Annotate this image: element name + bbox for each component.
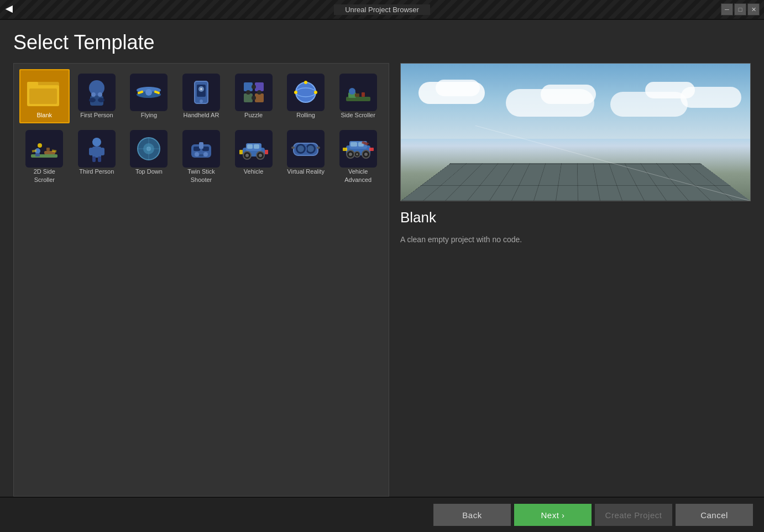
svg-rect-82 [306, 147, 307, 151]
cloud-2 [436, 80, 480, 96]
template-item-vehicle[interactable]: Vehicle [228, 126, 279, 188]
maximize-button[interactable]: □ [734, 3, 746, 15]
close-button[interactable]: ✕ [747, 3, 760, 15]
svg-point-4 [89, 80, 104, 96]
template-item-third-person[interactable]: Third Person [72, 126, 122, 188]
svg-rect-95 [343, 148, 347, 151]
vehicle-icon [235, 130, 273, 168]
template-item-puzzle[interactable]: Puzzle [228, 69, 279, 123]
svg-rect-50 [89, 148, 93, 155]
svg-point-7 [98, 92, 102, 97]
svg-rect-22 [255, 82, 264, 91]
template-label-handheld-ar: Handheld AR [184, 111, 219, 119]
template-label-vehicle-advanced: Vehicle Advanced [336, 168, 380, 184]
svg-rect-68 [247, 144, 253, 149]
template-label-puzzle: Puzzle [244, 111, 263, 119]
svg-rect-42 [35, 153, 40, 157]
preview-clouds [401, 77, 750, 126]
blank-icon [25, 74, 63, 111]
create-project-button[interactable]: Create Project [595, 504, 672, 526]
first-person-icon [78, 74, 116, 111]
bottom-bar: Back Next › Create Project Cancel [0, 497, 764, 532]
svg-point-90 [349, 153, 352, 156]
svg-point-45 [38, 143, 42, 148]
svg-rect-96 [369, 148, 374, 151]
template-item-rolling[interactable]: Rolling [281, 69, 331, 123]
template-item-blank[interactable]: Blank [19, 69, 70, 123]
template-label-blank: Blank [37, 111, 53, 119]
template-label-top-down: Top Down [135, 168, 163, 175]
main-content: Select Template Blank [0, 20, 764, 497]
svg-rect-69 [254, 144, 259, 149]
svg-point-80 [297, 145, 304, 152]
puzzle-icon [235, 74, 273, 111]
template-item-flying[interactable]: Flying [124, 69, 174, 123]
svg-rect-75 [265, 150, 268, 154]
svg-point-20 [200, 88, 202, 90]
template-label-side-scroller: Side Scroller [341, 111, 375, 119]
third-person-icon [78, 130, 116, 168]
svg-point-32 [304, 81, 307, 84]
svg-point-92 [364, 153, 368, 156]
svg-rect-3 [29, 88, 57, 104]
svg-point-94 [356, 153, 358, 155]
svg-rect-53 [98, 157, 101, 162]
svg-point-8 [89, 98, 96, 102]
preview-ground [401, 132, 750, 201]
svg-point-25 [252, 85, 256, 89]
svg-rect-39 [362, 92, 365, 97]
next-button[interactable]: Next › [514, 504, 592, 526]
svg-rect-51 [100, 148, 104, 155]
twin-stick-shooter-icon [182, 130, 220, 168]
template-item-first-person[interactable]: First Person [72, 69, 122, 123]
flying-icon [130, 74, 168, 111]
svg-point-73 [259, 154, 262, 157]
svg-rect-49 [92, 147, 101, 158]
template-grid: Blank First Person [19, 69, 383, 188]
template-item-handheld-ar[interactable]: Handheld AR [176, 69, 227, 123]
svg-point-13 [145, 89, 152, 96]
ue-logo: ◀ [6, 3, 19, 17]
svg-point-64 [203, 152, 208, 157]
template-item-2d-side-scroller[interactable]: 2D Side Scroller [19, 126, 70, 188]
preview-description: A clean empty project with no code. [400, 234, 751, 246]
svg-rect-87 [350, 142, 357, 147]
minimize-button[interactable]: ─ [721, 3, 733, 15]
template-item-vehicle-advanced[interactable]: Vehicle Advanced [333, 126, 383, 188]
template-item-side-scroller[interactable]: Side Scroller [333, 69, 383, 123]
handheld-ar-icon [182, 74, 220, 111]
template-label-flying: Flying [141, 111, 157, 119]
svg-point-28 [252, 96, 256, 100]
svg-rect-62 [199, 142, 203, 149]
template-item-twin-stick-shooter[interactable]: Twin Stick Shooter [176, 126, 227, 188]
svg-point-26 [246, 90, 250, 95]
svg-rect-83 [291, 147, 295, 149]
svg-point-33 [314, 91, 317, 94]
svg-point-27 [257, 90, 261, 95]
next-label: Next › [541, 510, 564, 520]
svg-rect-23 [244, 93, 253, 102]
cloud-4 [541, 85, 596, 104]
back-button[interactable]: Back [433, 504, 511, 526]
template-label-rolling: Rolling [296, 111, 315, 119]
side-scroller-icon [339, 74, 377, 111]
template-grid-container: Blank First Person [13, 63, 389, 497]
preview-title: Blank [400, 209, 751, 226]
cloud-7 [681, 87, 741, 108]
template-item-top-down[interactable]: Top Down [124, 126, 174, 188]
svg-rect-44 [46, 148, 50, 151]
template-label-2d-side-scroller: 2D Side Scroller [23, 168, 66, 184]
svg-rect-84 [317, 147, 320, 149]
template-label-vehicle: Vehicle [244, 168, 263, 175]
svg-point-48 [92, 138, 101, 147]
svg-point-37 [349, 88, 355, 95]
svg-rect-21 [244, 82, 253, 91]
content-row: Blank First Person [13, 63, 751, 497]
template-item-virtual-reality[interactable]: Virtual Reality [281, 126, 331, 188]
svg-point-9 [98, 98, 104, 102]
cancel-button[interactable]: Cancel [676, 504, 753, 526]
template-label-first-person: First Person [80, 111, 113, 119]
svg-point-71 [245, 154, 249, 157]
svg-rect-65 [199, 154, 203, 157]
svg-rect-38 [355, 93, 359, 97]
